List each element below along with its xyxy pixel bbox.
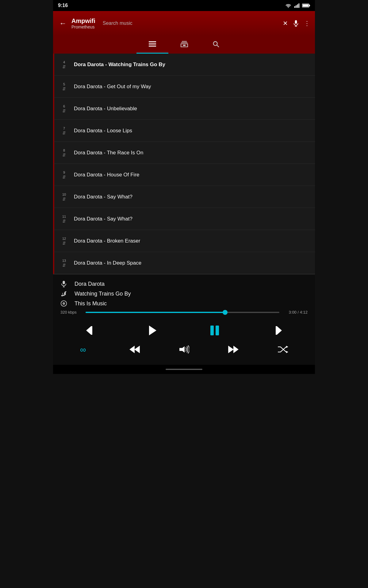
svg-rect-24 <box>91 326 92 335</box>
track-item[interactable]: 7 ⇵ Dora Darota - Loose Lips <box>53 120 315 142</box>
repeat-button[interactable]: ∞ <box>80 345 90 354</box>
previous-button[interactable] <box>86 325 97 336</box>
volume-button[interactable] <box>179 345 189 354</box>
artist-row: Dora Darota <box>60 281 308 287</box>
fast-forward-button[interactable] <box>228 345 239 354</box>
status-icons <box>285 3 310 8</box>
track-item[interactable]: 12 ⇵ Dora Darota - Broken Eraser <box>53 230 315 252</box>
home-indicator <box>53 365 315 374</box>
svg-marker-32 <box>129 346 135 353</box>
status-bar: 9:16 <box>53 0 315 11</box>
bitrate-label: 320 kbps <box>60 310 82 315</box>
svg-rect-0 <box>294 6 295 8</box>
track-title: Dora Darota - Unbelievable <box>74 106 137 112</box>
track-title: Dora Darota - House Of Fire <box>74 172 140 178</box>
svg-marker-31 <box>134 346 140 353</box>
track-item[interactable]: 11 ⇵ Dora Darota - Say What? <box>53 208 315 230</box>
microphone-icon[interactable] <box>293 20 299 27</box>
track-row: ♪ Watching Trains Go By <box>60 290 308 297</box>
title-block: Ampwifi Prometheus <box>71 17 95 29</box>
track-item[interactable]: 8 ⇵ Dora Darota - The Race Is On <box>53 142 315 164</box>
progress-thumb[interactable] <box>223 310 228 315</box>
track-item[interactable]: 10 ⇵ Dora Darota - Say What? <box>53 186 315 208</box>
track-name: Watching Trains Go By <box>75 291 131 297</box>
svg-rect-10 <box>149 41 156 42</box>
search-input[interactable] <box>99 18 279 28</box>
track-item[interactable]: 4 ⇵ Dora Darota - Watching Trains Go By <box>53 54 315 76</box>
svg-rect-13 <box>183 45 186 46</box>
svg-line-15 <box>217 45 219 47</box>
track-item[interactable]: 5 ⇵ Dora Darota - Get Out of my Way <box>53 76 315 98</box>
svg-rect-5 <box>309 5 310 6</box>
wifi-icon <box>285 3 292 8</box>
track-title: Dora Darota - Say What? <box>74 194 132 200</box>
tab-library[interactable] <box>168 36 200 54</box>
progress-bar[interactable] <box>86 312 279 313</box>
header-actions: ✕ ⋮ <box>283 20 310 27</box>
svg-rect-27 <box>216 326 219 335</box>
tabs <box>53 36 315 54</box>
back-button[interactable]: ← <box>58 18 68 29</box>
shuffle-button[interactable] <box>278 345 288 354</box>
track-item[interactable]: 9 ⇵ Dora Darota - House Of Fire <box>53 164 315 186</box>
album-row: This Is Music <box>60 300 308 307</box>
track-item[interactable]: 13 ⇵ Dora Darota - In Deep Space <box>53 252 315 274</box>
svg-rect-7 <box>295 20 297 24</box>
pause-button[interactable] <box>209 324 221 337</box>
svg-text:♪: ♪ <box>61 291 64 297</box>
svg-rect-2 <box>297 4 298 8</box>
progress-section: 320 kbps 3:00 / 4:12 <box>60 310 308 315</box>
now-playing-panel: Dora Darota ♪ Watching Trains Go By This… <box>53 274 315 365</box>
microphone-small-icon <box>60 281 70 287</box>
track-title: Dora Darota - Loose Lips <box>74 128 132 134</box>
svg-rect-3 <box>298 3 299 8</box>
svg-text:∞: ∞ <box>80 345 86 354</box>
svg-rect-12 <box>149 46 156 47</box>
app-name: Ampwifi <box>71 17 95 24</box>
svg-marker-23 <box>86 326 91 335</box>
progress-fill <box>86 312 225 313</box>
disc-icon <box>60 300 70 307</box>
subtitle: Prometheus <box>71 24 95 29</box>
home-bar <box>166 369 202 370</box>
svg-marker-28 <box>277 326 282 335</box>
artist-name: Dora Darota <box>75 281 105 287</box>
track-list: 4 ⇵ Dora Darota - Watching Trains Go By … <box>53 54 315 274</box>
svg-rect-11 <box>149 43 156 44</box>
svg-rect-26 <box>210 326 214 335</box>
svg-marker-33 <box>179 346 185 353</box>
next-button[interactable] <box>271 325 282 336</box>
track-title: Dora Darota - The Race Is On <box>74 150 143 156</box>
status-time: 9:16 <box>58 3 68 8</box>
track-title: Dora Darota - Watching Trains Go By <box>74 62 165 68</box>
main-controls <box>60 319 308 341</box>
svg-marker-36 <box>286 346 288 348</box>
svg-rect-1 <box>296 5 297 8</box>
time-display: 3:00 / 4:12 <box>283 310 308 315</box>
svg-marker-37 <box>286 351 288 353</box>
rewind-button[interactable] <box>129 345 140 354</box>
play-button[interactable] <box>147 325 158 336</box>
track-title: Dora Darota - Get Out of my Way <box>74 84 151 90</box>
svg-marker-34 <box>228 346 234 353</box>
track-number-icon: 4 ⇵ <box>59 60 69 69</box>
svg-point-22 <box>63 303 64 304</box>
svg-rect-16 <box>63 281 65 284</box>
svg-rect-6 <box>303 5 309 7</box>
overflow-menu-button[interactable]: ⋮ <box>304 20 310 27</box>
signal-icon <box>294 3 300 8</box>
track-title: Dora Darota - Say What? <box>74 216 132 222</box>
clear-search-button[interactable]: ✕ <box>283 20 288 27</box>
tab-search[interactable] <box>200 36 232 54</box>
tab-list[interactable] <box>136 36 168 54</box>
track-title: Dora Darota - Broken Eraser <box>74 238 140 244</box>
header: ← Ampwifi Prometheus ✕ ⋮ <box>53 11 315 36</box>
svg-marker-35 <box>233 346 239 353</box>
album-name: This Is Music <box>75 300 107 307</box>
track-title: Dora Darota - In Deep Space <box>74 260 141 266</box>
svg-rect-29 <box>276 326 277 335</box>
battery-icon <box>302 3 310 8</box>
svg-marker-25 <box>149 326 156 335</box>
music-note-icon: ♪ <box>60 290 70 297</box>
track-item[interactable]: 6 ⇵ Dora Darota - Unbelievable <box>53 98 315 120</box>
